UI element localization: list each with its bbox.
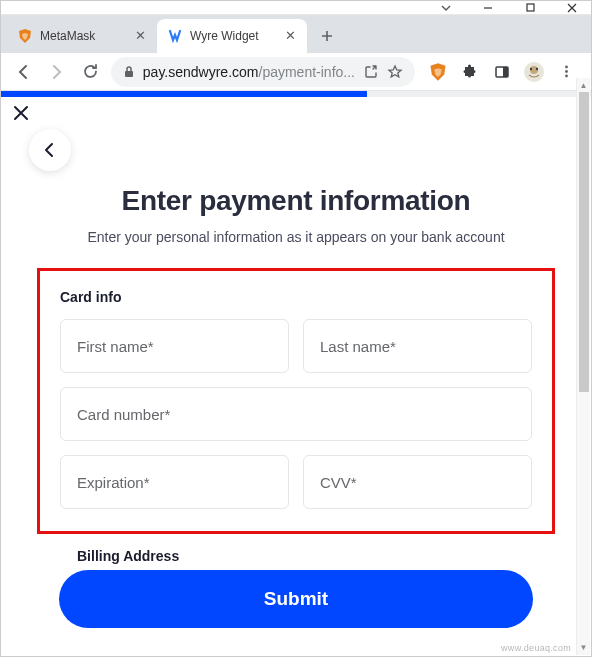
scrollbar-thumb[interactable] [579,92,589,392]
close-widget-button[interactable] [13,105,29,121]
expiration-field[interactable] [60,455,289,509]
metamask-icon [17,28,33,44]
billing-address-label: Billing Address [77,548,591,564]
back-button[interactable] [9,58,37,86]
tab-wyre-widget[interactable]: Wyre Widget ✕ [157,19,307,53]
svg-point-8 [536,67,538,69]
svg-rect-4 [503,67,508,77]
star-icon[interactable] [387,64,403,80]
wyre-icon [167,28,183,44]
close-window-button[interactable] [565,1,579,15]
address-bar[interactable]: pay.sendwyre.com/payment-info... [111,57,415,87]
url-text: pay.sendwyre.com/payment-info... [143,64,355,80]
card-info-label: Card info [60,289,532,305]
svg-rect-2 [125,71,133,77]
tab-strip: MetaMask ✕ Wyre Widget ✕ [1,15,591,53]
sidepanel-icon[interactable] [491,61,513,83]
extension-icons [421,61,583,83]
svg-rect-1 [527,4,534,11]
svg-point-9 [565,66,568,69]
last-name-field[interactable] [303,319,532,373]
watermark: www.deuaq.com [501,643,571,653]
scrollbar-track[interactable] [576,92,590,641]
cvv-field[interactable] [303,455,532,509]
tab-metamask[interactable]: MetaMask ✕ [7,19,157,53]
maximize-button[interactable] [523,1,537,15]
reload-button[interactable] [77,58,105,86]
close-icon[interactable]: ✕ [133,29,147,43]
scrollbar-down-button[interactable]: ▼ [576,639,590,655]
first-name-field[interactable] [60,319,289,373]
minimize-button[interactable] [481,1,495,15]
page-title: Enter payment information [27,185,565,217]
page-content: Enter payment information Enter your per… [1,91,591,657]
page-subtitle: Enter your personal information as it ap… [86,227,506,248]
tab-title: Wyre Widget [190,29,276,43]
svg-point-7 [530,67,532,69]
submit-button[interactable]: Submit [59,570,533,628]
menu-icon[interactable] [555,61,577,83]
window-titlebar [1,1,591,15]
card-info-highlight: Card info [37,268,555,534]
metamask-extension-icon[interactable] [427,61,449,83]
svg-point-11 [565,75,568,78]
close-icon[interactable]: ✕ [283,29,297,43]
scrollbar-up-button[interactable]: ▲ [576,78,590,92]
svg-point-10 [565,70,568,73]
back-step-button[interactable] [29,129,71,171]
extensions-icon[interactable] [459,61,481,83]
lock-icon [123,65,135,78]
new-tab-button[interactable] [313,22,341,50]
form-container: Enter payment information Enter your per… [1,97,591,248]
profile-avatar[interactable] [523,61,545,83]
card-number-field[interactable] [60,387,532,441]
browser-toolbar: pay.sendwyre.com/payment-info... [1,53,591,91]
chevron-down-icon[interactable] [439,1,453,15]
window-controls [439,1,587,15]
tab-title: MetaMask [40,29,126,43]
share-icon[interactable] [363,64,379,80]
forward-button[interactable] [43,58,71,86]
